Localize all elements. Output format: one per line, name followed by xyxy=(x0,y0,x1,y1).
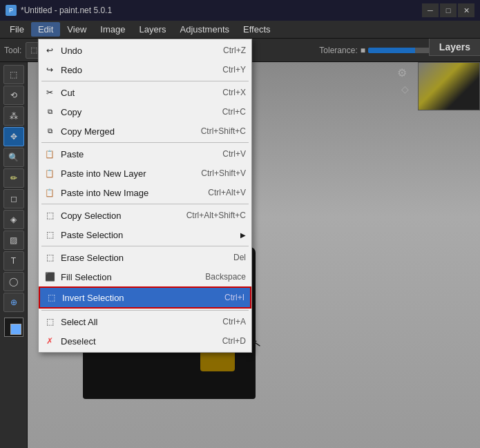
menu-item-undo[interactable]: ↩ Undo Ctrl+Z xyxy=(39,41,251,60)
select-all-label: Select All xyxy=(61,317,215,327)
copy-merged-shortcut: Ctrl+Shift+C xyxy=(201,126,246,136)
invert-selection-shortcut: Ctrl+I xyxy=(224,293,244,302)
redo-icon: ↪ xyxy=(43,63,57,77)
paste-new-layer-icon: 📋 xyxy=(43,166,57,180)
erase-selection-label: Erase Selection xyxy=(61,253,227,263)
paste-new-image-shortcut: Ctrl+Alt+V xyxy=(208,188,246,197)
menu-item-cut[interactable]: ✂ Cut Ctrl+X xyxy=(39,83,251,102)
menu-image[interactable]: Image xyxy=(93,22,132,37)
select-all-icon: ⬚ xyxy=(43,315,57,329)
deselect-shortcut: Ctrl+D xyxy=(222,336,246,346)
copy-selection-shortcut: Ctrl+Alt+Shift+C xyxy=(186,211,246,220)
paste-shortcut: Ctrl+V xyxy=(222,149,246,159)
menu-item-paste[interactable]: 📋 Paste Ctrl+V xyxy=(39,144,251,164)
menu-effects[interactable]: Effects xyxy=(236,22,278,37)
window-controls: ─ □ ✕ xyxy=(422,3,474,17)
tool-text[interactable]: T xyxy=(3,251,24,271)
tool-magic-wand[interactable]: ⁂ xyxy=(3,106,24,126)
menu-item-copy-merged[interactable]: ⧉ Copy Merged Ctrl+Shift+C xyxy=(39,121,251,141)
separator-5 xyxy=(41,310,249,311)
tool-rect-select[interactable]: ⬚ xyxy=(3,65,24,84)
menu-edit[interactable]: Edit xyxy=(31,22,60,37)
paste-selection-label: Paste Selection xyxy=(61,230,231,240)
menu-item-paste-selection[interactable]: ⬚ Paste Selection ▶ xyxy=(39,225,251,244)
redo-shortcut: Ctrl+Y xyxy=(222,65,246,75)
menu-item-copy-selection[interactable]: ⬚ Copy Selection Ctrl+Alt+Shift+C xyxy=(39,206,251,225)
cut-label: Cut xyxy=(61,88,215,98)
paste-new-image-icon: 📋 xyxy=(43,186,57,199)
menu-item-select-all[interactable]: ⬚ Select All Ctrl+A xyxy=(39,312,251,331)
tool-gradient[interactable]: ▨ xyxy=(3,231,24,250)
tool-color-picker[interactable]: ⊕ xyxy=(3,293,24,312)
app-icon: P xyxy=(6,5,17,16)
tool-lasso[interactable]: ⟲ xyxy=(3,86,24,105)
shield-icon[interactable]: ◇ xyxy=(397,81,412,97)
tolerance-square-icon: ■ xyxy=(361,46,365,55)
window-title: *Untitled - paint.net 5.0.1 xyxy=(21,6,422,15)
thumbnail-image xyxy=(419,63,479,110)
undo-shortcut: Ctrl+Z xyxy=(223,46,246,55)
menu-layers[interactable]: Layers xyxy=(132,22,173,37)
deselect-label: Deselect xyxy=(61,336,215,347)
fill-selection-label: Fill Selection xyxy=(61,272,198,282)
select-all-shortcut: Ctrl+A xyxy=(222,317,246,327)
separator-1 xyxy=(41,81,249,81)
menu-item-deselect[interactable]: ✗ Deselect Ctrl+D xyxy=(39,331,251,351)
edit-dropdown-menu: ↩ Undo Ctrl+Z ↪ Redo Ctrl+Y ✂ Cut Ctrl+X… xyxy=(38,39,252,353)
paste-selection-arrow: ▶ xyxy=(240,231,246,239)
fill-selection-icon: ⬛ xyxy=(43,270,57,284)
cut-shortcut: Ctrl+X xyxy=(222,88,246,97)
menu-item-invert-selection[interactable]: ⬚ Invert Selection Ctrl+I xyxy=(39,286,251,309)
minimize-button[interactable]: ─ xyxy=(422,3,439,17)
color-primary[interactable] xyxy=(4,318,23,337)
cut-icon: ✂ xyxy=(43,86,57,99)
copy-merged-label: Copy Merged xyxy=(61,126,194,137)
tool-brush[interactable]: ✏ xyxy=(3,168,24,188)
layers-panel-title[interactable]: Layers xyxy=(429,39,480,56)
redo-label: Redo xyxy=(61,65,215,75)
menu-item-paste-new-image[interactable]: 📋 Paste into New Image Ctrl+Alt+V xyxy=(39,183,251,202)
copy-selection-label: Copy Selection xyxy=(61,211,180,221)
color-secondary[interactable] xyxy=(10,324,21,335)
copy-icon: ⧉ xyxy=(43,105,57,119)
menu-item-redo[interactable]: ↪ Redo Ctrl+Y xyxy=(39,60,251,79)
maximize-button[interactable]: □ xyxy=(440,3,457,17)
invert-selection-icon: ⬚ xyxy=(44,291,58,304)
menu-adjustments[interactable]: Adjustments xyxy=(173,22,236,37)
separator-2 xyxy=(41,142,249,143)
paste-new-image-label: Paste into New Image xyxy=(61,188,201,198)
fill-selection-shortcut: Backspace xyxy=(205,272,246,282)
deselect-icon: ✗ xyxy=(43,334,57,348)
undo-icon: ↩ xyxy=(43,43,57,57)
title-bar: P *Untitled - paint.net 5.0.1 ─ □ ✕ xyxy=(0,0,480,21)
undo-label: Undo xyxy=(61,46,216,56)
gear-icon[interactable]: ⚙ xyxy=(393,64,411,81)
menu-item-paste-new-layer[interactable]: 📋 Paste into New Layer Ctrl+Shift+V xyxy=(39,164,251,183)
menu-item-erase-selection[interactable]: ⬚ Erase Selection Del xyxy=(39,248,251,267)
menu-item-fill-selection[interactable]: ⬛ Fill Selection Backspace xyxy=(39,267,251,286)
tool-label: Tool: xyxy=(4,46,21,55)
paste-selection-icon: ⬚ xyxy=(43,228,57,242)
menu-item-copy[interactable]: ⧉ Copy Ctrl+C xyxy=(39,102,251,121)
invert-selection-label: Invert Selection xyxy=(62,293,218,303)
copy-label: Copy xyxy=(61,107,215,117)
erase-selection-icon: ⬚ xyxy=(43,251,57,264)
tolerance-label: Tolerance: xyxy=(319,46,357,55)
copy-selection-icon: ⬚ xyxy=(43,208,57,222)
erase-selection-shortcut: Del xyxy=(233,253,246,262)
close-button[interactable]: ✕ xyxy=(458,3,474,17)
tool-move[interactable]: ✥ xyxy=(3,127,24,146)
copy-merged-icon: ⧉ xyxy=(43,124,57,138)
paste-new-layer-shortcut: Ctrl+Shift+V xyxy=(201,168,246,178)
menu-bar: File Edit View Image Layers Adjustments … xyxy=(0,21,480,39)
tool-eraser[interactable]: ◻ xyxy=(3,189,24,208)
menu-view[interactable]: View xyxy=(60,22,93,37)
tool-fill[interactable]: ◈ xyxy=(3,210,24,229)
left-toolbar: ⬚ ⟲ ⁂ ✥ 🔍 ✏ ◻ ◈ ▨ T ◯ ⊕ xyxy=(0,62,28,448)
menu-file[interactable]: File xyxy=(3,22,31,37)
separator-3 xyxy=(41,204,249,204)
tool-zoom[interactable]: 🔍 xyxy=(3,148,24,167)
paste-new-layer-label: Paste into New Layer xyxy=(61,168,194,179)
paste-icon: 📋 xyxy=(43,147,57,161)
tool-shapes[interactable]: ◯ xyxy=(3,272,24,291)
